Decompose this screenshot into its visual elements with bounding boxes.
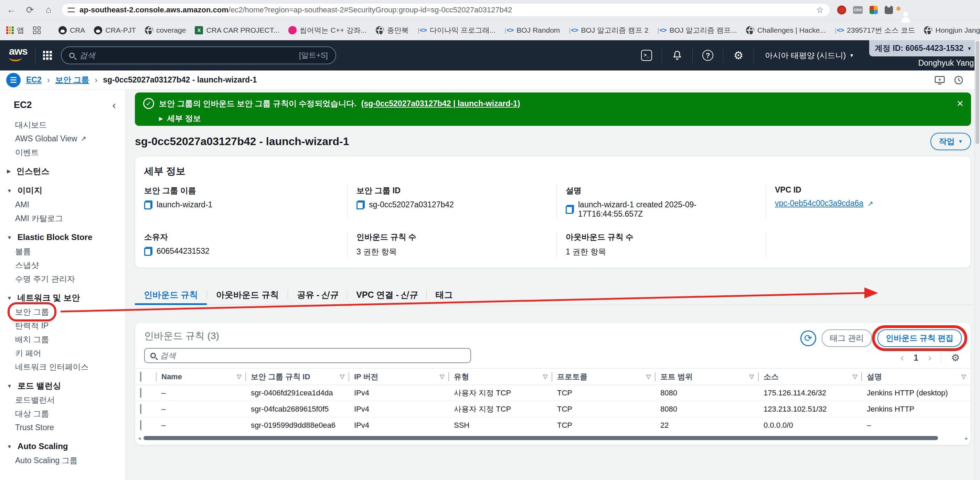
- sidebar-section-instances[interactable]: ▶인스턴스: [0, 164, 126, 179]
- rules-filter[interactable]: [144, 348, 471, 363]
- tab-tags[interactable]: 태그: [427, 285, 462, 304]
- sidebar-section-auto-scaling[interactable]: ▼Auto Scaling: [0, 439, 126, 453]
- table-row[interactable]: – sgr-019599d9dd88e0ea6 IPv4 SSH TCP 22 …: [135, 417, 971, 434]
- sidebar-item-volumes[interactable]: 볼륨: [0, 244, 126, 258]
- tab-inbound-rules[interactable]: 인바운드 규칙: [135, 285, 207, 304]
- filter-icon[interactable]: ▽: [853, 373, 857, 380]
- crx-extension-icon[interactable]: CRX: [853, 6, 863, 14]
- sidebar-item-target-groups[interactable]: 대상 그룹: [0, 407, 126, 420]
- filter-icon[interactable]: ▽: [543, 373, 547, 380]
- bookmark-item[interactable]: Hongjun Jang's Alg...: [924, 26, 980, 34]
- sidebar-item-load-balancers[interactable]: 로드밸런서: [0, 393, 126, 407]
- breadcrumb-link-ec2[interactable]: EC2: [26, 75, 41, 85]
- flashbar-sg-link[interactable]: (sg-0cc52027a03127b42 | launch-wizard-1): [361, 99, 520, 108]
- sidebar-item-dashboard[interactable]: 대시보드: [0, 118, 126, 132]
- bookmark-item[interactable]: |<>다이나믹 프로그래...: [418, 25, 495, 35]
- manage-tags-button[interactable]: 태그 관리: [822, 330, 872, 347]
- settings-gear-icon[interactable]: ⚙: [731, 49, 746, 62]
- sidebar-item-aws-global-view[interactable]: AWS Global View↗: [0, 132, 126, 146]
- sidebar-item-network-interfaces[interactable]: 네트워크 인터페이스: [0, 360, 126, 374]
- scroll-left-icon[interactable]: ◂: [138, 435, 141, 442]
- bookmark-item[interactable]: coverage: [145, 26, 186, 34]
- filter-icon[interactable]: ▽: [237, 373, 241, 380]
- bookmark-item[interactable]: CRA: [59, 26, 85, 34]
- sidebar-section-ebs[interactable]: ▼Elastic Block Store: [0, 230, 126, 244]
- bookmark-item[interactable]: |<>BOJ Random: [504, 26, 560, 34]
- scrollbar-thumb[interactable]: [143, 436, 938, 440]
- bookmark-item[interactable]: Challenges | Hacke...: [746, 26, 826, 34]
- sidebar-item-snapshots[interactable]: 스냅샷: [0, 258, 126, 272]
- address-bar[interactable]: ap-southeast-2.console.aws.amazon.com/ec…: [61, 3, 830, 17]
- tab-sharing[interactable]: 공유 -신규: [288, 285, 347, 304]
- console-search[interactable]: [알트+S]: [61, 46, 336, 64]
- sidebar-item-auto-scaling-groups[interactable]: Auto Scaling 그룹: [0, 453, 126, 467]
- filter-icon[interactable]: ▽: [340, 373, 344, 380]
- filter-icon[interactable]: ▽: [646, 373, 651, 380]
- bookmark-apps[interactable]: 앱: [6, 25, 24, 35]
- rules-filter-input[interactable]: [160, 351, 465, 360]
- table-settings-gear-icon[interactable]: ⚙: [951, 352, 960, 363]
- screen-share-icon[interactable]: [935, 76, 945, 85]
- row-checkbox[interactable]: [140, 404, 142, 414]
- notifications-button[interactable]: [670, 50, 685, 61]
- sidebar-item-ami[interactable]: AMI: [0, 198, 126, 211]
- history-clock-icon[interactable]: [954, 75, 964, 85]
- services-grid-icon[interactable]: [43, 51, 52, 60]
- prev-page-icon[interactable]: ‹: [900, 352, 904, 363]
- account-id-dropdown[interactable]: 계정 ID: 6065-4423-1532▼: [869, 40, 977, 56]
- actions-button[interactable]: 작업▼: [931, 133, 971, 150]
- sidebar-item-placement-groups[interactable]: 배치 그룹: [0, 333, 126, 346]
- filter-icon[interactable]: ▽: [749, 373, 754, 380]
- cloudshell-button[interactable]: >_: [639, 50, 654, 61]
- table-row[interactable]: – sgr-0406fd291cea1d4da IPv4 사용자 지정 TCP …: [135, 385, 971, 401]
- sidebar-collapse-icon[interactable]: ‹: [112, 99, 116, 111]
- refresh-icon[interactable]: ⟳: [24, 5, 36, 16]
- site-settings-icon[interactable]: [68, 8, 75, 13]
- bookmark-item[interactable]: |<>BOJ 알고리즘 캠프...: [657, 25, 737, 35]
- vpc-link[interactable]: vpc-0eb54c00c3a9cda6a: [775, 199, 863, 208]
- flashbar-details-toggle[interactable]: ▶ 세부 정보: [159, 113, 947, 124]
- adblock-extension-icon[interactable]: [837, 5, 846, 14]
- breadcrumb-link-security-groups[interactable]: 보안 그룹: [56, 74, 89, 85]
- sidebar-item-security-groups[interactable]: 보안 그룹: [0, 305, 126, 319]
- scroll-right-icon[interactable]: ▸: [965, 435, 968, 442]
- help-button[interactable]: ?: [700, 50, 715, 61]
- edit-inbound-rules-button[interactable]: 인바운드 규칙 편집: [877, 330, 962, 347]
- region-selector[interactable]: 아시아 태평양 (시드니)▼: [765, 50, 854, 61]
- bookmark-windows-grid[interactable]: [33, 27, 41, 34]
- bookmark-item[interactable]: XCRA CAR PROJECT...: [195, 26, 279, 34]
- row-checkbox[interactable]: [140, 388, 142, 398]
- copy-icon[interactable]: [356, 200, 365, 209]
- hamburger-menu-icon[interactable]: [6, 73, 21, 87]
- bookmark-item[interactable]: CRA-PJT: [94, 26, 136, 34]
- filter-icon[interactable]: ▽: [961, 373, 966, 380]
- copy-icon[interactable]: [144, 247, 153, 256]
- sidebar-section-load-balancing[interactable]: ▼로드 밸런싱: [0, 379, 126, 393]
- sidebar-item-ami-catalog[interactable]: AMI 카탈로그: [0, 211, 126, 225]
- extensions-puzzle-icon[interactable]: [885, 6, 893, 14]
- page-scrollbar-thumb[interactable]: [975, 41, 979, 144]
- sidebar-item-events[interactable]: 이벤트: [0, 146, 126, 159]
- tab-vpc-associations[interactable]: VPC 연결 -신규: [347, 285, 426, 304]
- sidebar-item-trust-store[interactable]: Trust Store: [0, 420, 126, 434]
- table-row[interactable]: – sgr-04fcab2689615f0f5 IPv4 사용자 지정 TCP …: [135, 401, 971, 417]
- bookmark-item[interactable]: |<>BOJ 알고리즘 캠프 2: [569, 25, 648, 35]
- next-page-icon[interactable]: ›: [928, 352, 931, 363]
- bookmark-star-icon[interactable]: ☆: [816, 5, 824, 15]
- aws-logo[interactable]: aws: [9, 47, 27, 61]
- close-icon[interactable]: ×: [956, 97, 964, 109]
- user-name[interactable]: Donghyuk Yang: [918, 59, 974, 68]
- row-checkbox[interactable]: [140, 420, 142, 430]
- back-icon[interactable]: ←: [5, 5, 17, 15]
- horizontal-scrollbar[interactable]: ◂ ▸: [135, 434, 971, 445]
- sidebar-section-images[interactable]: ▼이미지: [0, 183, 126, 198]
- sidebar-item-key-pairs[interactable]: 키 페어: [0, 346, 126, 360]
- bookmark-item[interactable]: 종만북: [376, 25, 409, 35]
- copy-icon[interactable]: [144, 200, 153, 209]
- search-input[interactable]: [80, 51, 294, 60]
- select-all-checkbox[interactable]: [140, 372, 142, 382]
- home-icon[interactable]: ⌂: [43, 5, 54, 15]
- page-scrollbar[interactable]: [975, 40, 980, 480]
- refresh-button[interactable]: ⟳: [800, 330, 816, 346]
- colorful-extension-icon[interactable]: [870, 6, 878, 14]
